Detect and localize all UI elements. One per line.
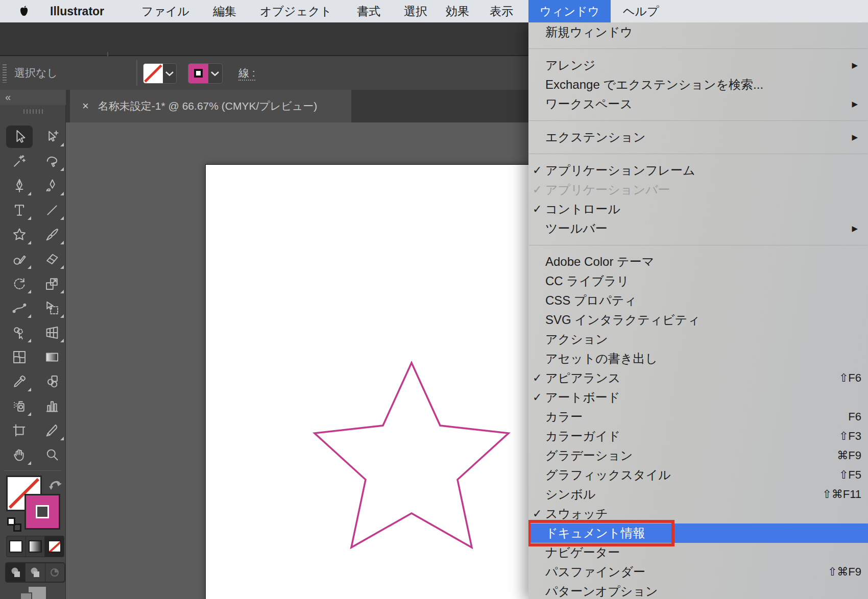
eyedropper-tool[interactable] — [6, 370, 33, 393]
checkmark-icon: ✓ — [528, 391, 545, 404]
menu-item-workspace[interactable]: ワークスペース▶ — [528, 94, 868, 114]
menu-item-actions[interactable]: アクション — [528, 330, 868, 349]
menu-item-toolbar[interactable]: ツールバー▶ — [528, 219, 868, 238]
screen-mode-icon[interactable] — [19, 586, 48, 599]
lasso-tool[interactable] — [39, 150, 65, 172]
rotate-tool[interactable] — [6, 272, 33, 295]
menu-item-shortcut: F6 — [848, 410, 868, 423]
menu-item-control[interactable]: ✓コントロール — [528, 199, 868, 219]
perspective-grid-tool[interactable] — [39, 321, 65, 344]
selection-tool[interactable] — [6, 126, 33, 148]
symbol-sprayer-tool[interactable] — [6, 395, 33, 417]
draw-behind-button[interactable] — [26, 563, 45, 582]
menu-item-color[interactable]: カラーF6 — [528, 407, 868, 427]
menu-item-cc-library[interactable]: CC ライブラリ — [528, 271, 868, 291]
menu-item-symbol[interactable]: シンボル⇧⌘F11 — [528, 485, 868, 504]
submenu-arrow-icon: ▶ — [852, 224, 868, 233]
menu-item-svg-interactivity[interactable]: SVG インタラクティビティ — [528, 310, 868, 330]
menubar-item-object[interactable]: オブジェクト — [260, 0, 332, 22]
tools-panel-grip[interactable] — [23, 109, 43, 114]
draw-normal-button[interactable] — [6, 563, 26, 582]
menu-item-pathfinder[interactable]: パスファインダー⇧⌘F9 — [528, 562, 868, 582]
column-graph-tool[interactable] — [39, 395, 65, 417]
menu-item-document-info[interactable]: ドキュメント情報 — [528, 523, 868, 543]
menubar-item-window[interactable]: ウィンドウ — [528, 0, 611, 22]
eraser-tool[interactable] — [39, 248, 65, 270]
star-shape-tool[interactable] — [6, 223, 33, 246]
submenu-arrow-icon: ▶ — [852, 99, 868, 109]
perspective-selection-tool[interactable] — [6, 321, 33, 344]
menubar-item-help[interactable]: ヘルプ — [623, 0, 659, 22]
width-tool[interactable] — [6, 297, 33, 319]
scale-tool[interactable] — [39, 272, 65, 295]
menu-item-shortcut: ⇧F6 — [839, 371, 868, 385]
pen-tool[interactable] — [6, 174, 33, 197]
stroke-weight-label[interactable]: 線 : — [238, 56, 255, 90]
gradient-button[interactable] — [26, 536, 45, 557]
menu-item-label: シンボル — [545, 486, 595, 503]
swap-fill-stroke-icon[interactable] — [48, 477, 63, 493]
document-tab[interactable]: × 名称未設定-1* @ 66.67% (CMYK/プレビュー) — [70, 90, 351, 122]
menubar-item-effect[interactable]: 効果 — [446, 0, 469, 22]
magic-wand-tool[interactable] — [6, 150, 33, 172]
menu-item-asset-export[interactable]: アセットの書き出し — [528, 349, 868, 368]
stroke-dropdown-chevron-icon[interactable] — [208, 64, 222, 83]
menu-item-extensions[interactable]: エクステンション▶ — [528, 128, 868, 147]
direct-selection-tool[interactable] — [39, 126, 65, 148]
menu-item-application-frame[interactable]: ✓アプリケーションフレーム — [528, 161, 868, 180]
menu-item-label: コントロール — [545, 201, 620, 217]
artboard-tool[interactable] — [6, 419, 33, 442]
menu-item-shortcut: ⇧F5 — [839, 468, 868, 482]
type-tool[interactable] — [6, 199, 33, 221]
apple-icon[interactable] — [18, 5, 30, 20]
menu-item-color-guide[interactable]: カラーガイド⇧F3 — [528, 427, 868, 446]
fill-none-swatch[interactable] — [143, 64, 163, 83]
gradient-tool[interactable] — [39, 346, 65, 368]
mesh-tool[interactable] — [6, 346, 33, 368]
stroke-color-swatch[interactable] — [188, 64, 208, 83]
menubar-item-file[interactable]: ファイル — [141, 0, 189, 22]
menubar-item-select[interactable]: 選択 — [404, 0, 427, 22]
checkmark-icon: ✓ — [528, 371, 545, 385]
menu-item-shortcut: ⌘F9 — [837, 449, 868, 462]
menubar-item-view[interactable]: 表示 — [490, 0, 513, 22]
line-segment-tool[interactable] — [39, 199, 65, 221]
draw-inside-button[interactable] — [45, 563, 64, 582]
shaper-tool[interactable] — [6, 248, 33, 270]
panel-grip[interactable] — [3, 64, 7, 83]
paintbrush-tool[interactable] — [39, 223, 65, 246]
menu-item-pattern-options[interactable]: パターンオプション — [528, 582, 868, 599]
stroke-color-control[interactable] — [188, 63, 223, 84]
menubar-item-illustrator[interactable]: Illustrator — [50, 0, 104, 22]
menu-item-exchange-search[interactable]: Exchange でエクステンションを検索... — [528, 75, 868, 94]
menubar-item-edit[interactable]: 編集 — [213, 0, 236, 22]
collapse-panel-icon[interactable]: « — [5, 91, 11, 103]
menu-item-new-window[interactable]: 新規ウィンドウ — [528, 22, 868, 42]
menu-item-arrange[interactable]: アレンジ▶ — [528, 56, 868, 75]
fill-color-control[interactable] — [143, 63, 177, 84]
menu-item-appearance[interactable]: ✓アピアランス⇧F6 — [528, 368, 868, 388]
hand-tool[interactable] — [6, 444, 33, 466]
menu-item-adobe-color-theme[interactable]: Adobe Color テーマ — [528, 252, 868, 271]
menubar-item-type[interactable]: 書式 — [357, 0, 380, 22]
menu-item-gradient[interactable]: グラデーション⌘F9 — [528, 446, 868, 465]
menu-item-label: CC ライブラリ — [545, 273, 629, 289]
fill-dropdown-chevron-icon[interactable] — [163, 64, 176, 83]
slice-tool[interactable] — [39, 419, 65, 442]
curvature-pen-tool[interactable] — [39, 174, 65, 197]
menu-item-css-properties[interactable]: CSS プロパティ — [528, 291, 868, 310]
color-button[interactable] — [7, 536, 26, 557]
menu-item-graphic-style[interactable]: グラフィックスタイル⇧F5 — [528, 465, 868, 485]
free-transform-tool[interactable] — [39, 297, 65, 319]
default-fill-stroke-icon[interactable] — [7, 517, 22, 533]
close-tab-icon[interactable]: × — [82, 99, 89, 113]
menu-item-application-bar[interactable]: ✓アプリケーションバー — [528, 180, 868, 199]
menu-item-label: アートボード — [545, 389, 620, 406]
zoom-tool[interactable] — [39, 444, 65, 466]
none-button[interactable] — [45, 536, 64, 557]
blend-tool[interactable] — [39, 370, 65, 393]
menu-item-label: エクステンション — [545, 129, 646, 145]
menu-item-artboard[interactable]: ✓アートボード — [528, 388, 868, 407]
menu-item-label: カラーガイド — [545, 428, 620, 444]
stroke-swatch[interactable] — [25, 494, 60, 530]
